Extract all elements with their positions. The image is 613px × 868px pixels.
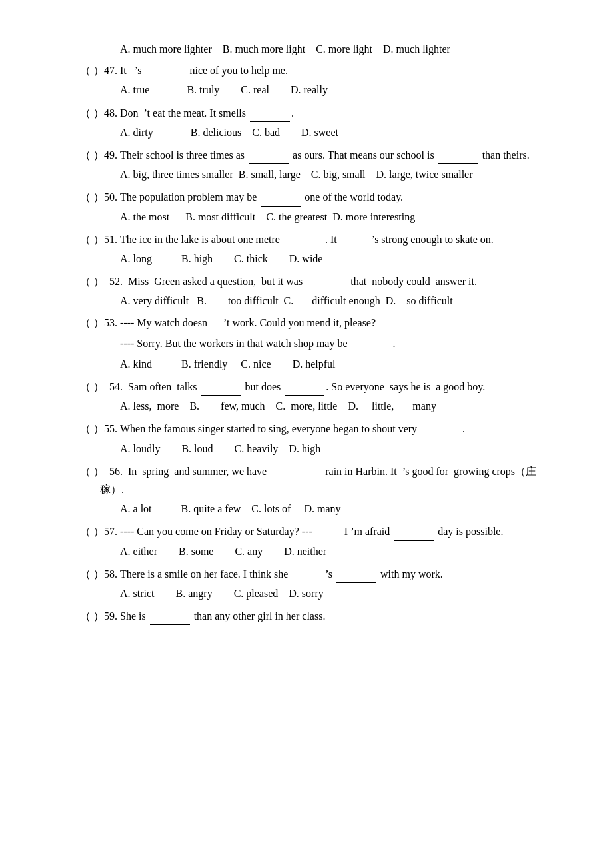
q57-options: A. either B. some C. any D. neither (80, 542, 546, 560)
question-58: （ ）58. There is a smile on her face. I t… (80, 564, 546, 602)
q49-stem: （ ）49. Their school is three times as as… (80, 145, 546, 164)
exam-content: A. much more lighter B. much more light … (80, 40, 546, 625)
q49-options: A. big, three times smaller B. small, la… (80, 165, 546, 183)
q47-stem: （ ）47. It ’s nice of you to help me. (80, 61, 546, 79)
q48-stem: （ ）48. Don ’t eat the meat. It smells . (80, 103, 546, 122)
q58-options: A. strict B. angry C. pleased D. sorry (80, 584, 546, 602)
q54-blank2 (285, 377, 324, 396)
question-56: （ ） 56. In spring and summer, we have ra… (80, 462, 546, 518)
top-options-text: A. much more lighter B. much more light … (120, 43, 450, 55)
top-options-line: A. much more lighter B. much more light … (80, 40, 546, 58)
q50-stem: （ ）50. The population problem may be one… (80, 187, 546, 206)
question-54: （ ） 54. Sam often talks but does . So ev… (80, 377, 546, 415)
q52-stem: （ ） 52. Miss Green asked a question, but… (80, 272, 546, 290)
q54-blank1 (201, 377, 241, 396)
q55-stem: （ ）55. When the famous singer started to… (80, 419, 546, 438)
q52-blank (306, 272, 346, 290)
q58-blank (336, 564, 376, 583)
q51-stem: （ ）51. The ice in the lake is about one … (80, 230, 546, 248)
q50-blank (261, 187, 301, 206)
q55-options: A. loudly B. loud C. heavily D. high (80, 440, 546, 458)
question-53: （ ）53. ---- My watch doesn ’t work. Coul… (80, 314, 546, 373)
q49-blank2 (438, 145, 478, 164)
question-50: （ ）50. The population problem may be one… (80, 187, 546, 225)
question-52: （ ） 52. Miss Green asked a question, but… (80, 272, 546, 310)
q48-options: A. dirty B. delicious C. bad D. sweet (80, 123, 546, 141)
q53-options: A. kind B. friendly C. nice D. helpful (80, 355, 546, 373)
q55-blank (421, 419, 461, 438)
question-57: （ ）57. ---- Can you come on Friday or Sa… (80, 522, 546, 560)
q53-blank (352, 334, 392, 352)
question-55: （ ）55. When the famous singer started to… (80, 419, 546, 457)
question-51: （ ）51. The ice in the lake is about one … (80, 230, 546, 268)
q57-stem: （ ）57. ---- Can you come on Friday or Sa… (80, 522, 546, 540)
q53-stem2: ---- Sorry. But the workers in that watc… (80, 334, 546, 352)
q50-options: A. the most B. most difficult C. the gre… (80, 208, 546, 226)
q58-stem: （ ）58. There is a smile on her face. I t… (80, 564, 546, 583)
q48-blank (250, 103, 290, 122)
question-59: （ ）59. She is than any other girl in her… (80, 606, 546, 625)
q47-options: A. true B. truly C. real D. really (80, 81, 546, 99)
q49-blank1 (249, 145, 289, 164)
question-49: （ ）49. Their school is three times as as… (80, 145, 546, 183)
q52-options: A. very difficult B. too difficult C. di… (80, 292, 546, 310)
q51-options: A. long B. high C. thick D. wide (80, 250, 546, 268)
q57-blank (394, 522, 434, 540)
q47-blank (145, 61, 185, 79)
q56-options: A. a lot B. quite a few C. lots of D. ma… (80, 500, 546, 518)
q59-stem: （ ）59. She is than any other girl in her… (80, 606, 546, 625)
q54-options: A. less, more B. few, much C. more, litt… (80, 397, 546, 415)
q51-blank (284, 230, 324, 248)
q56-stem: （ ） 56. In spring and summer, we have ra… (80, 462, 546, 498)
q54-stem: （ ） 54. Sam often talks but does . So ev… (80, 377, 546, 396)
q53-stem1: （ ）53. ---- My watch doesn ’t work. Coul… (80, 314, 546, 332)
q59-blank (150, 606, 190, 625)
q56-blank (279, 462, 318, 480)
question-48: （ ）48. Don ’t eat the meat. It smells . … (80, 103, 546, 141)
question-47: （ ）47. It ’s nice of you to help me. A. … (80, 61, 546, 99)
